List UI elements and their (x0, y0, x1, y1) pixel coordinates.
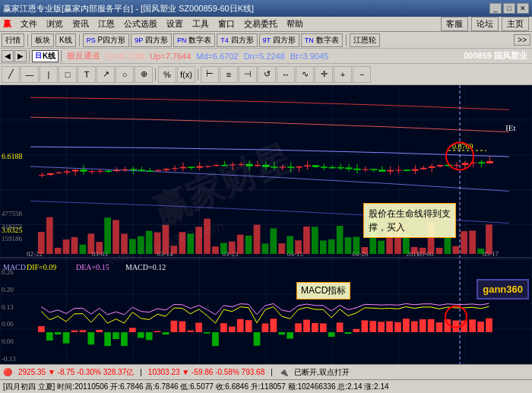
tb-kline[interactable]: K线 (55, 33, 76, 47)
tb-9p4[interactable]: 9P 四方形 (131, 33, 172, 47)
tb-tnnum[interactable]: TN 数字表 (301, 33, 343, 47)
buy-annotation-text: 股价在生命线得到支撑，买入 (369, 208, 451, 233)
zoom-in-button[interactable]: ⊕ (135, 66, 153, 83)
nav-prev-button[interactable]: ◀ (2, 50, 14, 62)
formula-button[interactable]: f(x) (177, 66, 195, 83)
status-index2: 10303.23 ▼ -59.86 -0.58% 793.68 (148, 368, 264, 376)
separator (61, 50, 62, 62)
menu-file[interactable]: 文件 (21, 18, 37, 30)
menu-window[interactable]: 窗口 (218, 18, 235, 30)
menu-bar: 赢 文件 浏览 资讯 江恩 公式选股 设置 工具 窗口 交易委托 帮助 客服 论… (0, 17, 532, 32)
tp-value: Tp=8.7198 (104, 52, 144, 61)
percent-button[interactable]: % (158, 66, 176, 83)
bottom-bar: [四月初四 立夏] 时间:20110506 开:6.7846 高:6.7846 … (0, 379, 532, 393)
menu-jianen[interactable]: 江恩 (98, 18, 115, 30)
separator (155, 68, 156, 81)
title-bar: 赢家江恩专业版[赢家内部服务平台] - [国风塑业 SZ000859-60日K线… (0, 0, 532, 17)
stock-code-display: 000859 国风塑业 (464, 51, 527, 60)
md-value: Md=6.6702 (196, 52, 238, 61)
toolbar-row-1: 行情 板块 K线 PS P四方形 9P 四方形 PN 数字表 T4 四方形 9T… (0, 32, 532, 49)
macd-annotation-text: MACD指标 (301, 285, 346, 296)
forum-button[interactable]: 论坛 (471, 17, 499, 31)
status-bar: 🔴 2925.35 ▼ -8.75 -0.30% 328.37亿 | 10303… (0, 364, 532, 379)
tb-ps4[interactable]: PS P四方形 (83, 33, 129, 47)
menu-item-ying[interactable]: 赢 (3, 18, 11, 30)
status-connection: 已断开,双点打开 (294, 367, 350, 378)
tb-t4[interactable]: T4 四方形 (217, 33, 257, 47)
draw-text-button[interactable]: T (78, 66, 96, 83)
tb-pnnum[interactable]: PN 数字表 (173, 33, 215, 47)
separator (79, 34, 80, 46)
customer-service-button[interactable]: 客服 (441, 17, 468, 31)
mirror-button[interactable]: ↔ (277, 66, 295, 83)
minimize-button[interactable]: _ (489, 3, 502, 14)
menu-formula[interactable]: 公式选股 (124, 18, 157, 30)
top-right-buttons: 客服 论坛 主页 (441, 17, 529, 31)
menu-help[interactable]: 帮助 (287, 18, 303, 30)
menu-tools[interactable]: 工具 (192, 18, 209, 30)
align-right-button[interactable]: ⊣ (239, 66, 257, 83)
up-value: Up=7.7644 (150, 52, 191, 61)
chart-area: 股价在生命线得到支撑，买入 MACD指标 gann360 (0, 85, 532, 364)
menu-browse[interactable]: 浏览 (46, 18, 63, 30)
dn-value: Dn=5.2248 (244, 52, 285, 61)
status-divider2: | (271, 368, 273, 376)
bt-value: Bt=3.9045 (290, 52, 328, 61)
cross-button[interactable]: ✛ (315, 66, 333, 83)
draw-arrow-button[interactable]: ↗ (97, 66, 115, 83)
status-icon: 🔴 (3, 368, 12, 376)
bottom-info-text: [四月初四 立夏] 时间:20110506 开:6.7846 高:6.7846 … (3, 382, 389, 392)
tb-jianen-wheel[interactable]: 江恩轮 (350, 33, 380, 47)
macd-annotation-box: MACD指标 (296, 282, 350, 300)
draw-rect-button[interactable]: □ (59, 66, 77, 83)
draw-circle-button[interactable]: ○ (116, 66, 134, 83)
menu-trade[interactable]: 交易委托 (244, 18, 277, 30)
draw-line-button[interactable]: ╱ (2, 66, 20, 83)
icon-toolbar: ╱ — | □ T ↗ ○ ⊕ % f(x) ⊢ ≡ ⊣ ↺ ↔ ∿ ✛ + − (0, 64, 532, 85)
status-icon2: 🔌 (279, 368, 288, 376)
window-title: 赢家江恩专业版[赢家内部服务平台] - [国风塑业 SZ000859-60日K线… (3, 3, 489, 14)
separator (29, 50, 30, 62)
rotate-button[interactable]: ↺ (258, 66, 276, 83)
channel-label: 极反通道 (67, 50, 100, 62)
nav-next-button[interactable]: ▶ (14, 50, 27, 62)
separator (27, 34, 28, 46)
indicator-bar: ◀ ▶ 日K线 极反通道 Tp=8.7198 Up=7.7644 Md=6.67… (0, 49, 532, 64)
kline-type-button[interactable]: 日K线 (32, 50, 59, 62)
align-left-button[interactable]: ⊢ (201, 66, 219, 83)
separator (346, 34, 347, 46)
wave-button[interactable]: ∿ (296, 66, 314, 83)
tb-arrow-right[interactable]: >> (514, 34, 530, 46)
status-index1: 2925.35 ▼ -8.75 -0.30% 328.37亿 (18, 367, 134, 378)
home-button[interactable]: 主页 (502, 17, 529, 31)
draw-vline-button[interactable]: | (40, 66, 58, 83)
close-button[interactable]: ✕ (517, 3, 529, 14)
tb-quotes[interactable]: 行情 (2, 33, 24, 47)
tb-9t4[interactable]: 9T 四方形 (259, 33, 299, 47)
buy-annotation-box: 股价在生命线得到支撑，买入 (363, 203, 456, 238)
draw-hline-button[interactable]: — (21, 66, 39, 83)
menu-settings[interactable]: 设置 (166, 18, 183, 30)
status-divider: | (140, 368, 142, 376)
window-controls[interactable]: _ □ ✕ (489, 3, 529, 14)
menu-news[interactable]: 资讯 (72, 18, 89, 30)
separator (198, 68, 198, 81)
align-center-button[interactable]: ≡ (220, 66, 238, 83)
minus-button[interactable]: − (353, 66, 371, 83)
gann360-logo: gann360 (477, 279, 529, 300)
maximize-button[interactable]: □ (503, 3, 515, 14)
tb-blocks[interactable]: 板块 (31, 33, 54, 47)
plus-button[interactable]: + (334, 66, 352, 83)
